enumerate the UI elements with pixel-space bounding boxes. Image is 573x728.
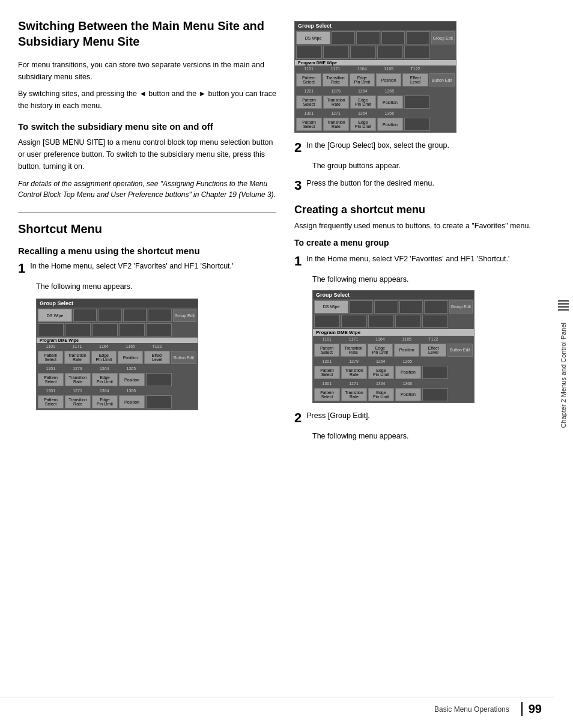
- menu-empty-r4: [119, 323, 145, 336]
- create-step-1-note: The following menu appears.: [312, 274, 549, 285]
- right-step-3-num: 3: [294, 178, 302, 193]
- menu-blank-r3: [381, 31, 405, 44]
- menu-e3: [350, 46, 376, 59]
- right-step-3-text: Press the button for the desired menu.: [306, 178, 434, 189]
- row3-btns-br: PatternSelect TransitionRate EdgePin Lim…: [313, 387, 474, 402]
- step-1-number: 1: [18, 261, 25, 276]
- menu-blank-4: [148, 309, 171, 322]
- row2-nums: 1201 1279 1264 1265: [37, 365, 198, 372]
- page-number: 99: [521, 702, 542, 716]
- row1-btns-br: PatternSelect TransitionRate EdgePin Lim…: [313, 342, 474, 358]
- row1-btns: PatternSelect TransitionRate EdgePin Lim…: [37, 350, 198, 365]
- menu-blank-r4: [406, 31, 429, 44]
- prog-label-br: Program DME Wipe: [313, 329, 474, 336]
- page: Switching Between the Main Menu Site and…: [0, 0, 573, 728]
- row1-nums: 1101 1171 1164 1165 T122: [37, 343, 198, 350]
- menu-top-label-br: Group Select: [316, 292, 350, 298]
- chapter-label: Chapter 2 Menus and Control Panel: [560, 323, 567, 428]
- sidebar-line-2: [558, 303, 569, 305]
- menu-blank-br3: [399, 300, 423, 314]
- content-area: Switching Between the Main Menu Site and…: [0, 0, 573, 728]
- menu-eb4: [395, 315, 421, 328]
- create-step-1-text: In the Home menu, select VF2 'Favorites'…: [306, 253, 509, 265]
- row2-btns-r: PatternSelect TransitionRate EdgePin Lim…: [295, 94, 456, 110]
- menu-e4: [377, 46, 403, 59]
- row3-btns: PatternSelect TransitionRate EdgePin Lim…: [37, 394, 198, 410]
- left-column: Switching Between the Main Menu Site and…: [18, 18, 276, 710]
- right-step-3: 3 Press the button for the desired menu.: [294, 178, 549, 193]
- prog-label-r: Program DME Wipe: [295, 60, 456, 65]
- row1-btns-r: PatternSelect TransitionRate EdgePin Lim…: [295, 72, 456, 88]
- sidebar-line-3: [558, 306, 569, 308]
- menu-blank-br4: [424, 300, 447, 314]
- menu-eb5: [422, 315, 448, 328]
- step-1-note: The following menu appears.: [36, 281, 276, 293]
- menu-ds-wipe-r: DS Wipe: [296, 31, 330, 44]
- create-group-title: To create a menu group: [294, 238, 549, 247]
- create-step-1-num: 1: [294, 253, 302, 269]
- creating-body: Assign frequently used menus to buttons,…: [294, 220, 549, 232]
- create-step-2-note: The following menu appears.: [312, 431, 549, 442]
- step-1-content: In the Home menu, select VF2 'Favorites'…: [30, 261, 269, 272]
- menu-blank-2: [98, 309, 121, 322]
- row3-nums-br: 1301 1271 1364 1366: [313, 380, 474, 387]
- footer-text: Basic Menu Operations: [434, 705, 509, 714]
- row3-nums: 1301 1271 1364 1366: [37, 387, 198, 394]
- italic-note: For details of the assignment operation,…: [18, 178, 276, 200]
- sidebar-line-1: [558, 300, 569, 302]
- menu-ds-wipe: DS Wipe: [38, 309, 72, 322]
- menu-e1: [296, 46, 322, 59]
- menu-top-bar: Group Select: [37, 299, 198, 308]
- create-step-2: 2 Press [Group Edit].: [294, 410, 549, 426]
- sidebar-line-4: [558, 309, 569, 311]
- sub-section-body: Assign [SUB MENU SITE] to a menu control…: [18, 136, 276, 172]
- menu-blank-3: [123, 309, 147, 322]
- menu-top-label-r: Group Select: [298, 23, 332, 29]
- sub-section-title: To switch the subsidiary menu site on an…: [18, 121, 276, 132]
- section-divider: [18, 212, 276, 213]
- menu-top-label: Group Select: [40, 300, 73, 306]
- row2-nums-r: 1201 1279 1264 1265: [295, 88, 456, 94]
- shortcut-title: Shortcut Menu: [18, 222, 276, 236]
- row1-nums-br: 1101 1171 1164 1165 T122: [313, 336, 474, 342]
- menu-e2: [323, 46, 349, 59]
- menu-blank-r1: [332, 31, 355, 44]
- menu-empty-r2: [65, 323, 91, 336]
- right-step-2-note: The group buttons appear.: [312, 160, 549, 172]
- step-1-text: In the Home menu, select VF2 'Favorites'…: [30, 262, 233, 270]
- menu-blank-br2: [374, 300, 398, 314]
- main-title: Switching Between the Main Menu Site and…: [18, 18, 276, 49]
- right-step-2-num: 2: [294, 140, 302, 156]
- row2-btns: PatternSelect TransitionRate EdgePin Lim…: [37, 372, 198, 387]
- intro-para-2: By switching sites, and pressing the ◄ b…: [18, 88, 276, 112]
- menu-eb3: [368, 315, 394, 328]
- menu-top-bar-br: Group Select: [313, 291, 474, 299]
- prog-label: Program DME Wipe: [37, 338, 198, 343]
- row2-btns-br: PatternSelect TransitionRate EdgePin Lim…: [313, 365, 474, 380]
- menu-group-edit-br: Group Edit: [449, 300, 473, 314]
- row3-nums-r: 1301 1271 1364 1366: [295, 110, 456, 117]
- footer-bar: Basic Menu Operations 99: [0, 697, 554, 716]
- menu-e5: [404, 46, 430, 59]
- right-step-2-text: In the [Group Select] box, select the gr…: [306, 140, 449, 151]
- menu-empty-r1: [38, 323, 64, 336]
- create-step-1: 1 In the Home menu, select VF2 'Favorite…: [294, 253, 549, 269]
- menu-diagram-left: Group Select DS Wipe Group Edit: [36, 299, 198, 410]
- menu-blank-1: [73, 309, 97, 322]
- row2-nums-br: 1201 1279 1264 1265: [313, 358, 474, 365]
- menu-empty-r5: [146, 323, 172, 336]
- menu-top-bar-r: Group Select: [295, 22, 456, 30]
- intro-para-1: For menu transitions, you can store two …: [18, 59, 276, 83]
- creating-title: Creating a shortcut menu: [294, 204, 549, 216]
- step-1-row: 1 In the Home menu, select VF2 'Favorite…: [18, 261, 276, 276]
- menu-eb1: [314, 315, 340, 328]
- menu-diagram-top-right: Group Select DS Wipe Group Edit: [294, 21, 456, 133]
- right-step-2: 2 In the [Group Select] box, select the …: [294, 140, 549, 156]
- menu-eb2: [341, 315, 367, 328]
- create-step-2-num: 2: [294, 410, 302, 426]
- row3-btns-r: PatternSelect TransitionRate EdgePin Lim…: [295, 117, 456, 132]
- sidebar-lines: [558, 300, 569, 311]
- menu-diagram-bottom-right: Group Select DS Wipe Group Edit: [312, 290, 474, 403]
- menu-empty-r3: [92, 323, 118, 336]
- recalling-title: Recalling a menu using the shortcut menu: [18, 246, 276, 256]
